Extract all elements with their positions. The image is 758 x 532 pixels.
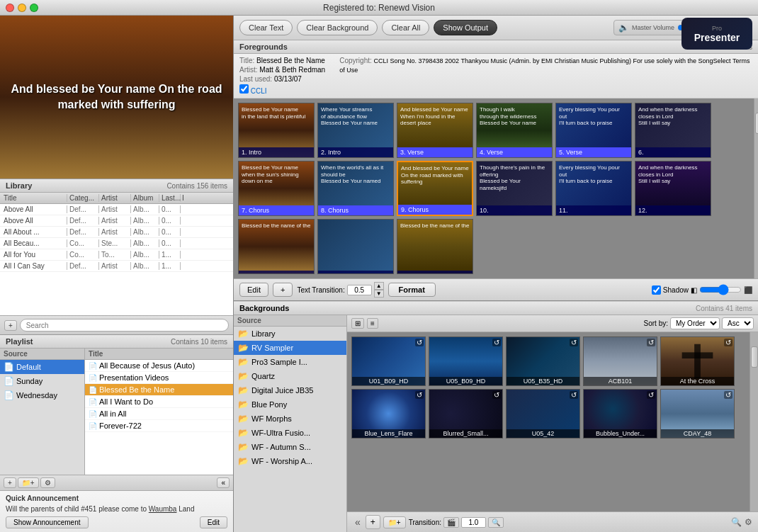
- bg-refresh-icon[interactable]: ↺: [724, 391, 732, 399]
- sort-direction-select[interactable]: Asc: [722, 317, 754, 329]
- transition-down-button[interactable]: ▼: [374, 290, 384, 298]
- bg-thumb-u01[interactable]: ↺ U01_B09_HD: [351, 336, 426, 386]
- playlist-source-default[interactable]: 📄 Default: [0, 360, 84, 374]
- bg-add-button[interactable]: +: [366, 515, 380, 529]
- playlist-item[interactable]: 📄 All I Want to Do: [85, 396, 233, 408]
- bg-scrollbar-thumb[interactable]: [751, 346, 758, 368]
- library-item[interactable]: Above AllDef...ArtistAlb...0...: [0, 215, 233, 227]
- bg-refresh-icon[interactable]: ↺: [724, 339, 732, 346]
- playlist-source-wednesday[interactable]: 📄 Wednesday: [0, 388, 84, 402]
- bg-refresh-icon[interactable]: ↺: [415, 391, 424, 399]
- thumbnail-12[interactable]: And when the darknesscloses in LordStill…: [635, 161, 711, 216]
- bg-transition-search[interactable]: 🔍: [488, 517, 504, 528]
- bg-thumb-u05-42[interactable]: ↺ U05_42: [506, 389, 580, 438]
- bg-source-wf-morphs[interactable]: 📂 WF Morphs: [234, 412, 346, 426]
- bg-refresh-icon[interactable]: ↺: [570, 391, 578, 399]
- bg-thumb-blurred[interactable]: ↺ Blurred_Small...: [429, 389, 503, 438]
- thumbnail-4[interactable]: Though I walkthrough the wildernessBless…: [476, 103, 553, 158]
- library-item[interactable]: All for YouCo...To...Alb...1...: [0, 249, 233, 261]
- bg-thumb-u05-b35[interactable]: ↺ U05_B35_HD: [506, 336, 580, 386]
- playlist-source-sunday[interactable]: 📄 Sunday: [0, 374, 84, 388]
- thumbnail-15[interactable]: Blessed be the name of the: [397, 219, 473, 274]
- thumbnail-13[interactable]: Blessed be the name of the: [238, 219, 315, 274]
- bg-transition-input[interactable]: [461, 517, 486, 528]
- fg-format-button[interactable]: Format: [388, 283, 436, 297]
- bg-refresh-icon[interactable]: ↺: [415, 339, 424, 346]
- thumbnail-10[interactable]: Though there's pain in theofferingBlesse…: [476, 161, 553, 216]
- bg-source-wf-ultra[interactable]: 📂 WF-Ultra Fusio...: [234, 426, 346, 440]
- bg-list-view-button[interactable]: ≡: [367, 318, 378, 329]
- clear-text-button[interactable]: Clear Text: [239, 20, 293, 35]
- thumbnail-9-active[interactable]: And blessed be Your nameOn the road mark…: [397, 161, 473, 216]
- playlist-folder-button[interactable]: 📁+: [18, 477, 39, 488]
- bg-prev-button[interactable]: «: [353, 516, 363, 528]
- playlist-item[interactable]: 📄 Forever-722: [85, 420, 233, 432]
- fg-scrollbar-thumb[interactable]: [755, 113, 758, 134]
- bg-source-rv-sampler[interactable]: 📂 RV Sampler: [234, 341, 346, 355]
- shadow-checkbox[interactable]: [652, 285, 661, 295]
- ccli-checkbox[interactable]: [239, 84, 249, 94]
- col-last-header[interactable]: Last...: [159, 194, 181, 202]
- shadow-slider[interactable]: [699, 284, 742, 295]
- bg-source-library[interactable]: 📂 Library: [234, 327, 346, 341]
- show-output-button[interactable]: Show Output: [434, 20, 497, 35]
- playlist-collapse-button[interactable]: «: [217, 477, 230, 488]
- col-album-header[interactable]: Album: [131, 194, 159, 202]
- col-extra-header[interactable]: I: [181, 194, 191, 202]
- bg-refresh-icon[interactable]: ↺: [492, 339, 501, 346]
- bg-scrollbar[interactable]: [749, 332, 758, 511]
- bg-transition-icon[interactable]: 🎬: [443, 517, 459, 528]
- bg-grid-view-button[interactable]: ⊞: [351, 318, 364, 329]
- minimize-button[interactable]: [18, 4, 26, 12]
- bg-source-pro3[interactable]: 📂 Pro3 Sample I...: [234, 355, 346, 369]
- bg-refresh-icon[interactable]: ↺: [647, 339, 655, 346]
- bg-refresh-icon[interactable]: ↺: [492, 391, 501, 399]
- bg-thumb-blue-lens[interactable]: ↺ Blue_Lens_Flare: [351, 389, 426, 438]
- bg-refresh-icon[interactable]: ↺: [647, 391, 655, 399]
- bg-source-quartz[interactable]: 📂 Quartz: [234, 369, 346, 383]
- bg-source-digital-juice[interactable]: 📂 Digital Juice JB35: [234, 383, 346, 397]
- col-title-header[interactable]: Title: [0, 194, 67, 202]
- transition-up-button[interactable]: ▲: [374, 282, 384, 290]
- thumbnail-5[interactable]: Every blessing You pour outI'll turn bac…: [555, 103, 632, 158]
- thumbnail-11[interactable]: Every blessing You pour outI'll turn bac…: [555, 161, 632, 216]
- bg-thumb-acb101[interactable]: ↺ ACB101: [583, 336, 657, 386]
- library-item[interactable]: All Becau...Co...Ste...Alb...0...: [0, 238, 233, 249]
- playlist-item[interactable]: 📄 Presentation Videos: [85, 372, 233, 384]
- bg-thumb-u05-b09[interactable]: ↺ U05_B09_HD: [429, 336, 503, 386]
- clear-background-button[interactable]: Clear Background: [297, 20, 378, 35]
- sort-select[interactable]: My Order: [670, 317, 720, 329]
- thumbnail-7[interactable]: Blessed be Your namewhen the sun's shini…: [238, 161, 315, 216]
- edit-announcement-button[interactable]: Edit: [200, 516, 227, 528]
- playlist-item[interactable]: 📄 All in All: [85, 408, 233, 420]
- library-add-button[interactable]: +: [4, 320, 17, 331]
- thumbnail-6[interactable]: And when the darknesscloses in LordStill…: [635, 103, 711, 158]
- thumbnail-14[interactable]: [317, 219, 394, 274]
- playlist-add-button[interactable]: +: [4, 477, 16, 488]
- bg-settings-button[interactable]: ⚙: [745, 517, 752, 527]
- close-button[interactable]: [6, 4, 14, 12]
- playlist-item-active[interactable]: 📄 Blessed Be the Name: [85, 384, 233, 396]
- bg-thumb-cday[interactable]: ↺ CDAY_48: [660, 389, 735, 438]
- fg-scrollbar[interactable]: [754, 98, 758, 278]
- bg-thumb-bubbles[interactable]: ↺ Bubbles_Under...: [583, 389, 657, 438]
- bg-source-wf-autumn[interactable]: 📂 WF - Autumn S...: [234, 440, 346, 454]
- thumbnail-3[interactable]: And blessed be Your nameWhen I'm found i…: [397, 103, 473, 158]
- library-search-input[interactable]: [20, 319, 229, 332]
- library-item[interactable]: All About ...Def...ArtistAlb...0...: [0, 227, 233, 238]
- playlist-item[interactable]: 📄 All Because of Jesus (Auto): [85, 360, 233, 372]
- bg-source-wf-worship[interactable]: 📂 WF - Worship A...: [234, 454, 346, 468]
- playlist-gear-button[interactable]: ⚙: [40, 477, 55, 488]
- show-announcement-button[interactable]: Show Announcement: [6, 516, 89, 528]
- bg-folder-add-button[interactable]: 📁+: [383, 516, 406, 528]
- library-item[interactable]: Above AllDef...ArtistAlb...0...: [0, 204, 233, 215]
- bg-refresh-icon[interactable]: ↺: [570, 339, 578, 346]
- col-category-header[interactable]: Categ...: [67, 194, 99, 202]
- thumbnail-8[interactable]: When the world's all as itshould beBless…: [317, 161, 394, 216]
- fg-add-button[interactable]: +: [273, 283, 293, 297]
- clear-all-button[interactable]: Clear All: [382, 20, 429, 35]
- thumbnail-2[interactable]: Where Your streamsof abundance flowBless…: [317, 103, 394, 158]
- transition-input[interactable]: [347, 285, 372, 295]
- bg-zoom-out-button[interactable]: 🔍: [731, 517, 742, 527]
- maximize-button[interactable]: [30, 4, 38, 12]
